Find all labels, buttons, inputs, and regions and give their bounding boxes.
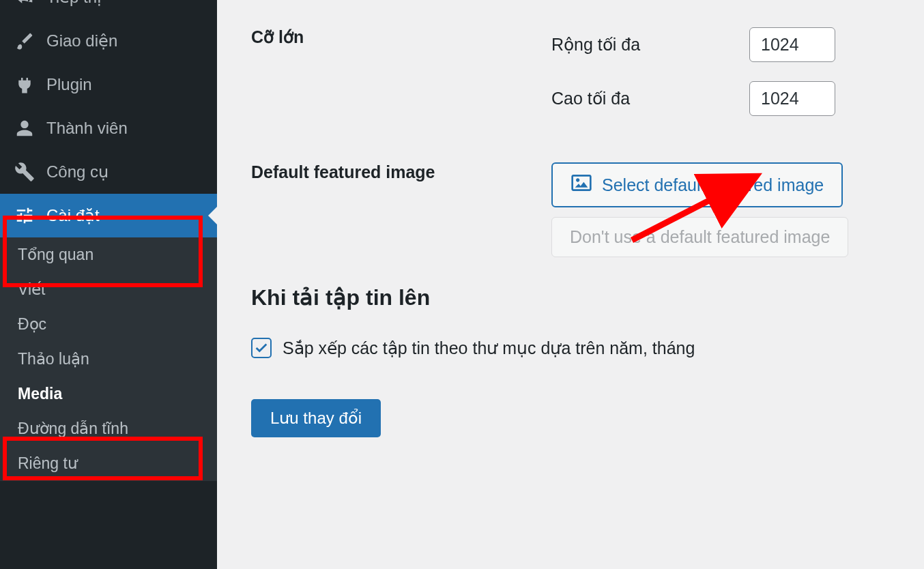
submenu-writing[interactable]: Viết [0,272,217,307]
max-height-label: Cao tối đa [551,89,749,108]
sidebar-item-plugins[interactable]: Plugin [0,63,217,106]
image-icon [571,172,592,198]
upload-section-heading: Khi tải tập tin lên [251,284,890,310]
sidebar-item-tools[interactable]: Công cụ [0,150,217,194]
submenu-discussion[interactable]: Thảo luận [0,342,217,377]
megaphone-icon [14,0,35,8]
sidebar-item-label: Thành viên [46,119,128,138]
sidebar-item-label: Công cụ [46,162,109,181]
organize-uploads-label: Sắp xếp các tập tin theo thư mục dựa trê… [283,338,695,358]
default-featured-image-row: Default featured image Select default fe… [251,162,890,257]
dont-use-featured-image-button: Don't use a default featured image [551,217,848,257]
dont-use-btn-label: Don't use a default featured image [570,227,830,247]
plugin-icon [14,74,35,96]
sidebar-item-users[interactable]: Thành viên [0,106,217,150]
user-icon [14,117,35,139]
organize-uploads-checkbox[interactable] [251,338,272,358]
wrench-icon [14,161,35,183]
admin-sidebar: Tiếp thị Giao diện Plugin Thành viên Côn… [0,0,217,569]
max-height-input[interactable] [749,81,835,116]
sidebar-item-label: Giao diện [46,31,117,50]
select-featured-image-button[interactable]: Select default featured image [551,162,843,207]
save-changes-button[interactable]: Lưu thay đổi [251,399,381,437]
submenu-reading[interactable]: Đọc [0,307,217,342]
submenu-media[interactable]: Media [0,377,217,411]
sidebar-item-label: Tiếp thị [46,0,102,7]
sliders-icon [14,205,35,227]
submenu-privacy[interactable]: Riêng tư [0,446,217,481]
checkmark-icon [254,340,269,355]
max-width-input[interactable] [749,27,835,62]
sidebar-item-appearance[interactable]: Giao diện [0,19,217,63]
select-image-btn-label: Select default featured image [602,175,824,195]
sidebar-item-label: Cài đặt [46,206,100,225]
dfi-label: Default featured image [251,162,551,257]
sidebar-item-label: Plugin [46,75,92,94]
max-width-label: Rộng tối đa [551,35,749,55]
submenu-general[interactable]: Tổng quan [0,237,217,272]
sidebar-item-marketing[interactable]: Tiếp thị [0,0,217,19]
large-size-row: Cỡ lớn Rộng tối đa Cao tối đa [251,27,890,135]
organize-uploads-row: Sắp xếp các tập tin theo thư mục dựa trê… [251,338,890,358]
settings-content: Cỡ lớn Rộng tối đa Cao tối đa Default fe… [217,0,924,569]
brush-icon [14,30,35,52]
submenu-permalinks[interactable]: Đường dẫn tĩnh [0,411,217,446]
large-size-label: Cỡ lớn [251,27,551,135]
sidebar-item-settings[interactable]: Cài đặt [0,194,217,237]
